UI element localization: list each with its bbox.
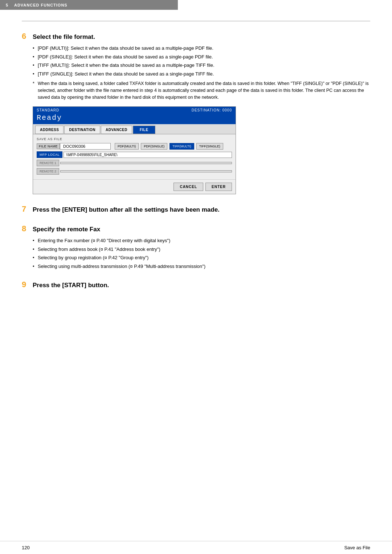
step7-title: Press the [ENTER] button after all the s…: [33, 206, 220, 213]
device-ready-bar: Ready: [33, 113, 236, 124]
format-btn-tiff-multi[interactable]: TIFF(MULTI): [170, 143, 194, 150]
device-tabs: ADDRESS DESTINATION ADVANCED FILE: [33, 124, 236, 134]
step6-number: 6: [22, 32, 30, 41]
step8-block: 8 Specify the remote Fax Entering the Fa…: [22, 224, 370, 270]
cancel-button[interactable]: CANCEL: [173, 183, 203, 191]
list-item: Selecting from address book (¤ P.41 "Add…: [33, 246, 370, 253]
device-ui: STANDARD DESTINATION: 0000 Ready ADDRESS…: [33, 106, 236, 194]
step8-title: Specify the remote Fax: [33, 226, 100, 233]
header-bar: 5 ADVANCED FUNCTIONS: [0, 0, 178, 10]
step6-note: When the data is being saved, a folder c…: [33, 80, 370, 101]
footer-page-number: 120: [22, 545, 30, 550]
step6-bullet-list: [PDF (MULTI)]: Select it when the data s…: [33, 45, 370, 77]
list-item: [PDF (SINGLE)]: Select it when the data …: [33, 53, 370, 61]
list-item: Entering the Fax number (¤ P.40 "Direct …: [33, 237, 370, 244]
step6-note-list: When the data is being saved, a folder c…: [33, 80, 370, 101]
file-name-value[interactable]: DOC090306: [60, 143, 111, 150]
step6-content: [PDF (MULTI)]: Select it when the data s…: [33, 45, 370, 194]
footer-section-title: Save as File: [344, 545, 370, 550]
header-title: ADVANCED FUNCTIONS: [14, 3, 68, 7]
main-content: 6 Select the file format. [PDF (MULTI)]:…: [0, 10, 392, 541]
header-bar-text: 5 ADVANCED FUNCTIONS: [6, 3, 68, 7]
step6-title: Select the file format.: [33, 33, 95, 41]
step8-bullet-list: Entering the Fax number (¤ P.40 "Direct …: [33, 237, 370, 270]
enter-button[interactable]: ENTER: [205, 183, 232, 191]
page-content: 6 Select the file format. [PDF (MULTI)]:…: [0, 10, 392, 314]
file-name-label: FILE NAME: [37, 143, 60, 149]
remote1-row: REMOTE 1: [37, 160, 232, 166]
page-wrapper: 5 ADVANCED FUNCTIONS 6 Select the file f…: [0, 0, 392, 554]
list-item: Selecting by group registration (¤ P.42 …: [33, 254, 370, 261]
tab-address[interactable]: ADDRESS: [35, 126, 64, 134]
list-item: [TIFF (MULTI)]: Select it when the data …: [33, 62, 370, 69]
device-ready-text: Ready: [37, 114, 62, 122]
mfp-local-row: MFP LOCAL \\MFP-04998805\FILE_SHARE\: [37, 151, 232, 158]
step8-content: Entering the Fax number (¤ P.40 "Direct …: [33, 237, 370, 270]
step9-number: 9: [22, 280, 30, 289]
device-destination-label: DESTINATION: 0000: [192, 108, 232, 112]
format-btn-tiff-single[interactable]: TIFF(SINGLE): [196, 143, 223, 150]
step9-block: 9 Press the [START] button.: [22, 280, 370, 289]
step7-heading: 7 Press the [ENTER] button after all the…: [22, 204, 370, 214]
step8-number: 8: [22, 224, 30, 233]
remote1-value: [60, 162, 232, 164]
mfp-local-btn[interactable]: MFP LOCAL: [37, 151, 62, 158]
device-status-bar: STANDARD DESTINATION: 0000: [33, 107, 236, 113]
list-item: [TIFF (SINGLE)]: Select it when the data…: [33, 70, 370, 78]
tab-advanced[interactable]: ADVANCED: [101, 126, 132, 134]
mfp-local-value: \\MFP-04998805\FILE_SHARE\: [64, 152, 232, 158]
remote1-btn[interactable]: REMOTE 1: [37, 160, 59, 166]
list-item: Selecting using multi-address transmissi…: [33, 263, 370, 270]
step7-block: 7 Press the [ENTER] button after all the…: [22, 204, 370, 214]
remote2-row: REMOTE 2: [37, 168, 232, 175]
step9-title: Press the [START] button.: [33, 282, 109, 289]
step6-block: 6 Select the file format. [PDF (MULTI)]:…: [22, 32, 370, 194]
device-footer: CANCEL ENTER: [33, 179, 236, 194]
top-divider: [22, 21, 370, 21]
remote2-value: [60, 170, 232, 172]
list-item: [PDF (MULTI)]: Select it when the data s…: [33, 45, 370, 52]
step7-number: 7: [22, 204, 30, 214]
format-btn-pdf-multi[interactable]: PDF(MULTI): [115, 143, 139, 150]
format-btn-pdf-single[interactable]: PDF(SINGLE): [141, 143, 167, 150]
step6-heading: 6 Select the file format.: [22, 32, 370, 41]
device-status-label: STANDARD: [37, 108, 59, 112]
save-as-file-label: SAVE AS FILE: [37, 137, 232, 141]
step9-heading: 9 Press the [START] button.: [22, 280, 370, 289]
remote2-btn[interactable]: REMOTE 2: [37, 168, 59, 175]
step8-heading: 8 Specify the remote Fax: [22, 224, 370, 233]
tab-destination[interactable]: DESTINATION: [64, 126, 100, 134]
footer-row: 120 Save as File: [0, 541, 392, 554]
header-step-num: 5: [6, 3, 8, 7]
file-name-row: FILE NAME DOC090306 PDF(MULTI) PDF(SINGL…: [37, 143, 232, 150]
tab-file[interactable]: FILE: [133, 126, 155, 134]
device-body: SAVE AS FILE FILE NAME DOC090306 PDF(MUL…: [33, 134, 236, 179]
